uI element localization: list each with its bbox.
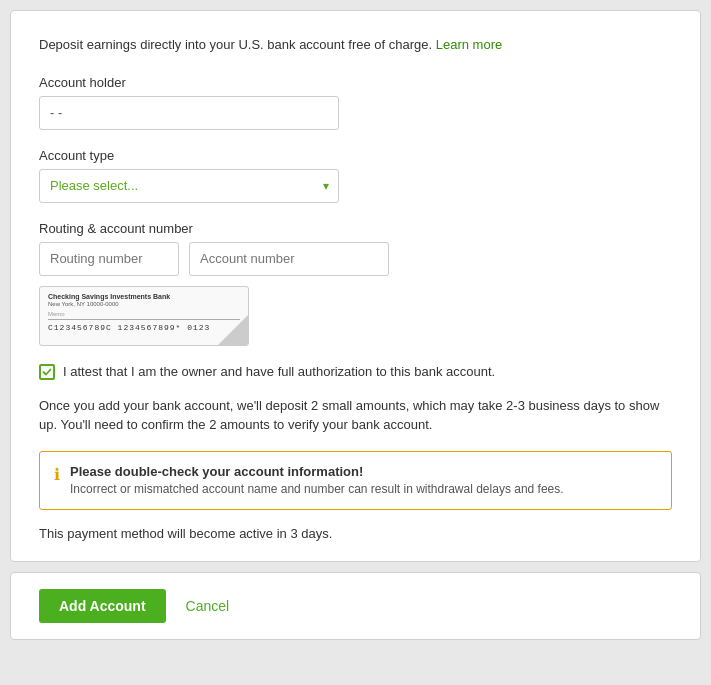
deposit-info: Once you add your bank account, we'll de… <box>39 396 672 435</box>
learn-more-link[interactable]: Learn more <box>436 37 502 52</box>
check-memo: Memo <box>48 311 240 317</box>
check-diagram: Checking Savings Investments Bank New Yo… <box>39 286 249 346</box>
routing-row <box>39 242 672 276</box>
account-holder-label: Account holder <box>39 75 672 90</box>
page-wrapper: Deposit earnings directly into your U.S.… <box>0 0 711 685</box>
warning-content: Please double-check your account informa… <box>70 464 564 498</box>
attest-checkbox[interactable] <box>39 364 55 380</box>
attest-row: I attest that I am the owner and have fu… <box>39 364 672 380</box>
check-corner-fold <box>218 315 248 345</box>
add-account-button[interactable]: Add Account <box>39 589 166 623</box>
account-type-group: Account type Please select... Checking S… <box>39 148 672 203</box>
warning-box: ℹ Please double-check your account infor… <box>39 451 672 511</box>
attest-text: I attest that I am the owner and have fu… <box>63 364 495 379</box>
info-text: Deposit earnings directly into your U.S.… <box>39 35 672 55</box>
account-type-select-wrapper: Please select... Checking Savings ▾ <box>39 169 339 203</box>
footer-bar: Add Account Cancel <box>10 572 701 640</box>
check-bank-name: Checking Savings Investments Bank <box>48 293 240 300</box>
active-note: This payment method will become active i… <box>39 526 672 541</box>
main-card: Deposit earnings directly into your U.S.… <box>10 10 701 562</box>
routing-account-group: Routing & account number Checking Saving… <box>39 221 672 346</box>
warning-icon: ℹ <box>54 465 60 484</box>
check-numbers: C123456789C 1234567899* 0123 <box>48 323 240 332</box>
check-line <box>48 319 240 320</box>
account-holder-group: Account holder <box>39 75 672 130</box>
routing-number-input[interactable] <box>39 242 179 276</box>
warning-description: Incorrect or mismatched account name and… <box>70 481 564 498</box>
check-bank-location: New York, NY 10000-0000 <box>48 301 240 307</box>
account-number-input[interactable] <box>189 242 389 276</box>
checkmark-icon <box>42 367 52 377</box>
account-type-select[interactable]: Please select... Checking Savings <box>39 169 339 203</box>
cancel-button[interactable]: Cancel <box>186 598 230 614</box>
routing-account-label: Routing & account number <box>39 221 672 236</box>
account-type-label: Account type <box>39 148 672 163</box>
warning-title: Please double-check your account informa… <box>70 464 564 479</box>
account-holder-input[interactable] <box>39 96 339 130</box>
